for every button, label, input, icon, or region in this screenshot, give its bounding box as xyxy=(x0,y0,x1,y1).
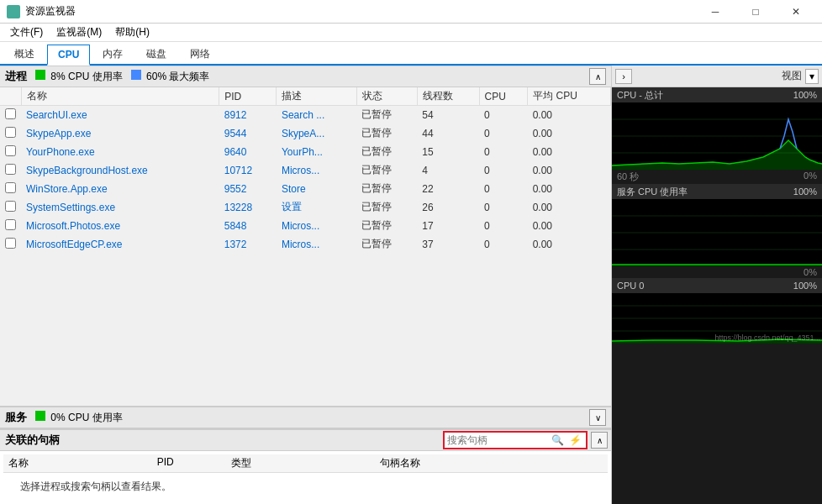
row-checkbox[interactable] xyxy=(5,201,16,212)
table-row[interactable]: Microsoft.Photos.exe 5848 Micros... 已暂停 … xyxy=(0,217,611,235)
table-row[interactable]: YourPhone.exe 9640 YourPh... 已暂停 15 0 0.… xyxy=(0,143,611,161)
handles-col-type[interactable]: 类型 xyxy=(231,456,380,470)
chart-section: CPU - 总计 100% xyxy=(612,87,822,504)
cpu-stat-text: 8% CPU 使用率 xyxy=(50,71,122,82)
row-threads: 44 xyxy=(417,124,479,143)
row-avg-cpu: 0.00 xyxy=(528,217,611,235)
row-checkbox[interactable] xyxy=(5,145,16,156)
row-desc: Micros... xyxy=(277,217,356,235)
row-avg-cpu: 0.00 xyxy=(528,180,611,198)
search-box: 🔍 ⚡ xyxy=(443,431,588,449)
row-cpu: 0 xyxy=(479,217,528,235)
table-row[interactable]: SkypeBackgroundHost.exe 10712 Micros... … xyxy=(0,161,611,180)
handles-col-pid[interactable]: PID xyxy=(157,456,231,470)
tab-overview[interactable]: 概述 xyxy=(3,43,45,66)
table-row[interactable]: SearchUI.exe 8912 Search ... 已暂停 54 0 0.… xyxy=(0,106,611,124)
handles-col-desc[interactable]: 句柄名称 xyxy=(380,456,603,470)
right-nav-button[interactable]: › xyxy=(615,69,632,84)
watermark: https://blog.csdn.net/qq_4351... xyxy=(714,333,820,342)
services-section: 服务 0% CPU 使用率 ∨ xyxy=(0,406,611,428)
col-pid[interactable]: PID xyxy=(219,87,277,106)
menu-file[interactable]: 文件(F) xyxy=(3,24,50,41)
table-row[interactable]: MicrosoftEdgeCP.exe 1372 Micros... 已暂停 3… xyxy=(0,235,611,254)
row-cpu: 0 xyxy=(479,235,528,254)
svg-marker-7 xyxy=(612,265,822,266)
chart-cpu-total-label: CPU - 总计 xyxy=(617,89,663,102)
handles-collapse-button[interactable]: ∧ xyxy=(591,432,608,449)
row-checkbox[interactable] xyxy=(5,164,16,175)
row-checkbox[interactable] xyxy=(5,219,16,230)
chart-cpu-total-canvas xyxy=(612,102,822,170)
chart-svc-cpu-footer: 0% xyxy=(612,266,822,278)
chart-cpu-total-pct: 0% xyxy=(804,171,817,183)
menu-help[interactable]: 帮助(H) xyxy=(108,24,156,41)
title-left: 资源监视器 xyxy=(7,4,76,18)
process-header[interactable]: 进程 8% CPU 使用率 60% 最大频率 ∧ xyxy=(0,66,611,87)
handles-table-header: 名称 PID 类型 句柄名称 xyxy=(3,454,608,473)
row-threads: 54 xyxy=(417,106,479,124)
row-state: 已暂停 xyxy=(356,143,417,161)
table-row[interactable]: SkypeApp.exe 9544 SkypeA... 已暂停 44 0 0.0… xyxy=(0,124,611,143)
row-name: MicrosoftEdgeCP.exe xyxy=(21,235,219,254)
row-threads: 17 xyxy=(417,217,479,235)
row-checkbox[interactable] xyxy=(5,182,16,193)
row-threads: 22 xyxy=(417,180,479,198)
row-name: WinStore.App.exe xyxy=(21,180,219,198)
row-checkbox[interactable] xyxy=(5,238,16,249)
handles-col-name[interactable]: 名称 xyxy=(8,456,157,470)
row-avg-cpu: 0.00 xyxy=(528,235,611,254)
process-section: 进程 8% CPU 使用率 60% 最大频率 ∧ xyxy=(0,66,611,406)
col-desc[interactable]: 描述 xyxy=(277,87,356,106)
col-checkbox xyxy=(0,87,21,106)
process-table-scroll[interactable]: 名称 PID 描述 状态 线程数 CPU 平均 CPU SearchUI.exe… xyxy=(0,87,611,406)
handles-header-row: 关联的句柄 🔍 ⚡ ∧ xyxy=(0,429,611,451)
col-cpu[interactable]: CPU xyxy=(479,87,528,106)
search-icon[interactable]: 🔍 xyxy=(550,433,566,447)
left-panel: 进程 8% CPU 使用率 60% 最大频率 ∧ xyxy=(0,66,612,504)
row-threads: 4 xyxy=(417,161,479,180)
chart-cpu0-max: 100% xyxy=(793,281,817,291)
menu-monitor[interactable]: 监视器(M) xyxy=(50,24,108,41)
svc-stat-text: 0% CPU 使用率 xyxy=(50,412,122,423)
row-avg-cpu: 0.00 xyxy=(528,198,611,217)
cpu-stat-indicator: 8% CPU 使用率 xyxy=(35,70,123,84)
process-collapse-button[interactable]: ∧ xyxy=(589,68,606,85)
row-cpu: 0 xyxy=(479,161,528,180)
tab-memory[interactable]: 内存 xyxy=(92,43,134,66)
col-threads[interactable]: 线程数 xyxy=(417,87,479,106)
col-state[interactable]: 状态 xyxy=(356,87,417,106)
row-checkbox[interactable] xyxy=(5,127,16,138)
col-avg-cpu[interactable]: 平均 CPU xyxy=(528,87,611,106)
row-state: 已暂停 xyxy=(356,106,417,124)
handles-title: 关联的句柄 xyxy=(0,430,65,450)
right-top-bar: › 视图 ▾ xyxy=(612,66,822,87)
search-input[interactable] xyxy=(447,434,548,446)
tab-disk[interactable]: 磁盘 xyxy=(135,43,177,66)
row-checkbox[interactable] xyxy=(5,108,16,119)
chart-svc-cpu: 服务 CPU 使用率 100% 0% xyxy=(612,184,822,278)
tab-network[interactable]: 网络 xyxy=(179,43,221,66)
chart-cpu0-title: CPU 0 100% xyxy=(612,278,822,293)
table-row[interactable]: SystemSettings.exe 13228 设置 已暂停 26 0 0.0… xyxy=(0,198,611,217)
chart-cpu-total-footer: 60 秒 0% xyxy=(612,170,822,184)
menu-bar: 文件(F) 监视器(M) 帮助(H) xyxy=(0,24,822,42)
close-button[interactable]: ✕ xyxy=(777,3,815,20)
svc-indicator-icon xyxy=(35,411,45,421)
services-collapse-button[interactable]: ∨ xyxy=(589,409,606,426)
tab-cpu[interactable]: CPU xyxy=(47,45,90,66)
chart-svc-cpu-max: 100% xyxy=(793,186,817,197)
chart-cpu-total-time: 60 秒 xyxy=(617,171,639,183)
row-pid: 8912 xyxy=(219,106,277,124)
services-header[interactable]: 服务 0% CPU 使用率 ∨ xyxy=(0,407,611,428)
maximize-button[interactable]: □ xyxy=(736,3,775,20)
row-name: SkypeApp.exe xyxy=(21,124,219,143)
minimize-button[interactable]: ─ xyxy=(696,3,735,20)
row-pid: 10712 xyxy=(219,161,277,180)
chart-svc-cpu-title: 服务 CPU 使用率 100% xyxy=(612,184,822,199)
chart-cpu0: CPU 0 100% https://blog.csdn.net/qq_4351… xyxy=(612,278,822,344)
view-dropdown[interactable]: ▾ xyxy=(805,69,819,84)
search-refresh-icon[interactable]: ⚡ xyxy=(567,433,583,447)
row-desc: Micros... xyxy=(277,235,356,254)
table-row[interactable]: WinStore.App.exe 9552 Store 已暂停 22 0 0.0… xyxy=(0,180,611,198)
col-name[interactable]: 名称 xyxy=(21,87,219,106)
